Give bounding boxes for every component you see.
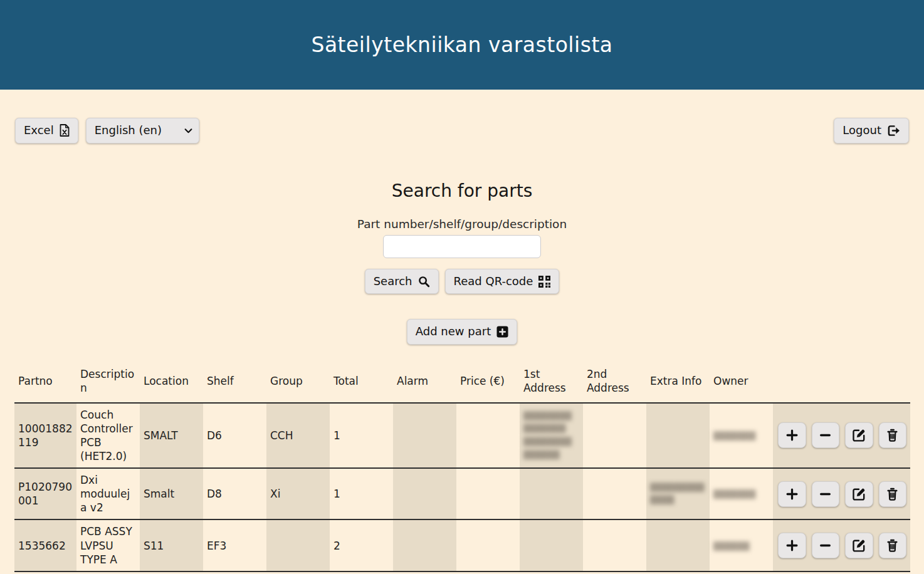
cell-extra-info <box>646 519 710 571</box>
search-input[interactable] <box>383 235 541 258</box>
plus-icon <box>785 429 799 442</box>
cell-2nd-address <box>583 468 646 519</box>
search-heading: Search for parts <box>0 180 924 201</box>
cell-2nd-address <box>583 519 646 571</box>
file-excel-icon <box>60 124 70 137</box>
cell-partno: 10001882119 <box>14 403 76 468</box>
cell-description: Dxi moduuleja v2 <box>76 468 140 519</box>
column-header-location: Location <box>140 360 203 403</box>
column-header-owner: Owner <box>710 360 773 403</box>
column-header-1st-address: 1st Address <box>520 360 583 403</box>
column-header-group: Group <box>266 360 330 403</box>
cell-1st-address <box>520 519 583 571</box>
cell-group: Xi <box>266 468 330 519</box>
search-icon <box>418 276 430 288</box>
language-select[interactable]: English (en) <box>86 118 199 144</box>
minus-icon <box>819 488 832 501</box>
cell-alarm <box>393 403 456 468</box>
cell-extra-info <box>646 403 710 468</box>
subtract-quantity-button[interactable] <box>812 533 840 558</box>
add-quantity-button[interactable] <box>778 533 806 558</box>
cell-1st-address: ████████ ███████ ████████ ██████ <box>520 403 583 468</box>
cell-group <box>266 519 330 571</box>
cell-description: PCB ASSY LVPSU TYPE A <box>76 519 140 571</box>
cell-actions <box>773 468 910 519</box>
plus-square-icon <box>496 326 508 338</box>
edit-button[interactable] <box>845 481 873 507</box>
add-quantity-button[interactable] <box>778 481 806 507</box>
column-header-total: Total <box>330 360 393 403</box>
add-quantity-button[interactable] <box>778 422 806 448</box>
cell-total: 1 <box>330 468 393 519</box>
cell-total: 1 <box>330 403 393 468</box>
page-title: Säteilytekniikan varastolista <box>311 33 612 57</box>
edit-pencil-icon <box>853 539 866 552</box>
cell-description: Couch Controller PCB (HET2.0) <box>76 403 140 468</box>
logout-button[interactable]: Logout <box>834 118 909 143</box>
table-header: Partno Description Location Shelf Group … <box>14 360 910 403</box>
trash-icon <box>886 488 898 501</box>
search-buttons-row: Search Read QR-code <box>0 269 924 294</box>
column-header-shelf: Shelf <box>203 360 266 403</box>
redacted-text: ███████ <box>713 488 755 501</box>
cell-actions <box>773 403 910 468</box>
excel-export-button[interactable]: Excel <box>15 118 78 143</box>
subtract-quantity-button[interactable] <box>812 481 840 507</box>
minus-icon <box>819 539 832 552</box>
edit-button[interactable] <box>845 422 873 448</box>
cell-price <box>456 468 520 519</box>
logout-button-label: Logout <box>843 123 881 138</box>
edit-button[interactable] <box>845 533 873 558</box>
toolbar: Excel English (en) Logout <box>15 118 909 144</box>
cell-2nd-address <box>583 403 646 468</box>
cell-price <box>456 403 520 468</box>
cell-alarm <box>393 468 456 519</box>
search-field-label: Part number/shelf/group/description <box>0 217 924 231</box>
excel-button-label: Excel <box>24 123 54 138</box>
cell-shelf: EF3 <box>203 519 266 571</box>
read-qr-button[interactable]: Read QR-code <box>445 269 560 294</box>
table-row: 1535662 PCB ASSY LVPSU TYPE A S11 EF3 2 … <box>14 519 910 571</box>
language-select-wrap: English (en) <box>86 118 199 144</box>
add-new-part-button[interactable]: Add new part <box>407 319 517 344</box>
search-button[interactable]: Search <box>365 269 439 294</box>
search-button-label: Search <box>374 274 412 289</box>
row-actions <box>778 533 906 558</box>
subtract-quantity-button[interactable] <box>812 422 840 448</box>
redacted-text: █████████ ████ <box>650 481 705 507</box>
table-header-row: Partno Description Location Shelf Group … <box>14 360 910 403</box>
cell-location: S11 <box>140 519 203 571</box>
table-row: P1020790001 Dxi moduuleja v2 Smalt D8 Xi… <box>14 468 910 519</box>
add-new-part-label: Add new part <box>416 324 491 339</box>
delete-button[interactable] <box>879 422 907 448</box>
column-header-partno: Partno <box>14 360 76 403</box>
search-section: Search for parts Part number/shelf/group… <box>0 180 924 345</box>
redacted-text: ██████ <box>713 540 750 553</box>
cell-actions <box>773 519 910 571</box>
plus-icon <box>785 488 799 501</box>
table-row: 10001882119 Couch Controller PCB (HET2.0… <box>14 403 910 468</box>
edit-pencil-icon <box>853 429 866 442</box>
delete-button[interactable] <box>879 481 907 507</box>
sign-out-icon <box>887 125 900 137</box>
trash-icon <box>886 539 898 552</box>
row-actions <box>778 481 906 507</box>
row-actions <box>778 422 906 448</box>
cell-total: 2 <box>330 519 393 571</box>
minus-icon <box>819 429 832 442</box>
cell-owner: ██████ <box>710 519 773 571</box>
app-header: Säteilytekniikan varastolista <box>0 0 924 90</box>
redacted-text: ███████ <box>713 430 755 443</box>
delete-button[interactable] <box>879 533 907 558</box>
cell-partno: 1535662 <box>14 519 76 571</box>
column-header-2nd-address: 2nd Address <box>583 360 646 403</box>
redacted-text: ████████ ███████ ████████ ██████ <box>523 410 572 462</box>
column-header-actions <box>773 360 910 403</box>
column-header-price: Price (€) <box>456 360 520 403</box>
cell-owner: ███████ <box>710 468 773 519</box>
cell-shelf: D6 <box>203 403 266 468</box>
cell-group: CCH <box>266 403 330 468</box>
cell-partno: P1020790001 <box>14 468 76 519</box>
cell-price <box>456 519 520 571</box>
cell-shelf: D8 <box>203 468 266 519</box>
